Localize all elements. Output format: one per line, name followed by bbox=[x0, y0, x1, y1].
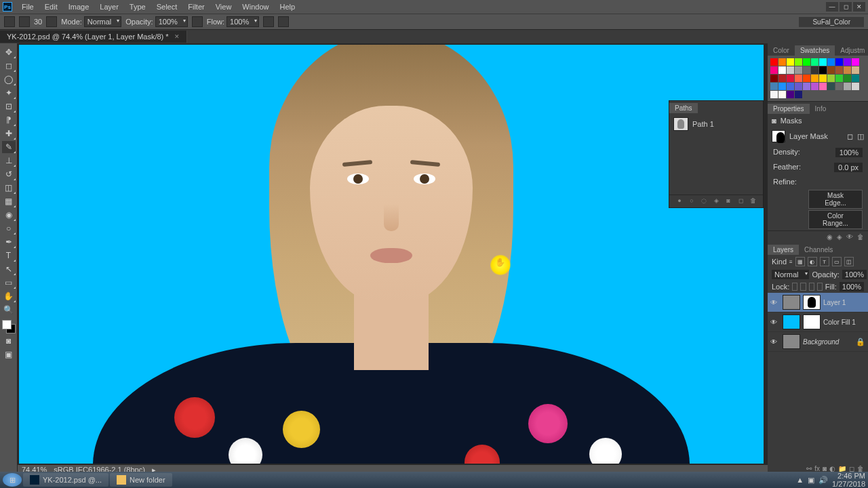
swatch[interactable] bbox=[827, 58, 835, 66]
mask-from-selection-icon[interactable]: ◉ bbox=[827, 233, 833, 241]
fill-path-icon[interactable]: ● bbox=[675, 197, 684, 205]
swatch[interactable] bbox=[827, 66, 835, 74]
swatch[interactable] bbox=[835, 58, 843, 66]
eyedropper-tool[interactable]: ⁋ bbox=[2, 114, 16, 126]
paths-panel[interactable]: Paths Path 1 ● ○ ◌ ◈ ◙ ◻ 🗑 bbox=[669, 100, 764, 208]
swatch[interactable] bbox=[778, 58, 786, 66]
move-tool[interactable]: ✥ bbox=[2, 46, 16, 58]
mask-thumbnail[interactable] bbox=[803, 314, 821, 329]
close-tab-icon[interactable]: ✕ bbox=[174, 33, 180, 40]
color-swatches[interactable] bbox=[2, 320, 16, 333]
path-name[interactable]: Path 1 bbox=[692, 120, 714, 128]
layer-name[interactable]: Layer 1 bbox=[823, 299, 846, 306]
menu-select[interactable]: Select bbox=[153, 1, 182, 12]
swatch[interactable] bbox=[827, 75, 835, 82]
swatch[interactable] bbox=[811, 75, 818, 82]
marquee-tool[interactable]: ◻ bbox=[2, 60, 16, 72]
swatch[interactable] bbox=[787, 83, 794, 90]
path-item[interactable]: Path 1 bbox=[672, 116, 760, 132]
airbrush-icon[interactable] bbox=[263, 16, 274, 27]
layer-row[interactable]: 👁 Background 🔒 bbox=[768, 332, 868, 352]
pixel-mask-icon[interactable]: ◻ bbox=[847, 132, 853, 141]
quickmask-toggle[interactable]: ◙ bbox=[2, 335, 16, 347]
swatch[interactable] bbox=[819, 66, 827, 74]
menu-help[interactable]: Help bbox=[275, 1, 299, 12]
swatch[interactable] bbox=[835, 83, 843, 90]
canvas[interactable] bbox=[19, 45, 764, 464]
layer-thumbnail[interactable] bbox=[783, 334, 800, 349]
apply-mask-icon[interactable]: ◈ bbox=[837, 233, 842, 241]
menu-type[interactable]: Type bbox=[125, 1, 150, 12]
stamp-tool[interactable]: ⊥ bbox=[2, 155, 16, 167]
tab-adjustments[interactable]: Adjustm bbox=[835, 45, 868, 56]
maximize-button[interactable]: ◻ bbox=[840, 2, 852, 12]
brush-panel-toggle[interactable] bbox=[46, 16, 57, 27]
tab-color[interactable]: Color bbox=[768, 45, 795, 56]
crop-tool[interactable]: ⊡ bbox=[2, 100, 16, 113]
density-value[interactable]: 100% bbox=[835, 148, 863, 157]
filter-shape-icon[interactable]: ▭ bbox=[832, 257, 842, 266]
add-mask-path-icon[interactable]: ◙ bbox=[724, 197, 732, 205]
swatch[interactable] bbox=[844, 66, 851, 74]
tab-layers[interactable]: Layers bbox=[768, 245, 799, 255]
swatch[interactable] bbox=[819, 83, 827, 90]
swatch[interactable] bbox=[844, 83, 851, 90]
stroke-path-icon[interactable]: ○ bbox=[688, 197, 696, 205]
swatch[interactable] bbox=[778, 75, 786, 82]
swatch[interactable] bbox=[770, 58, 778, 66]
tab-paths[interactable]: Paths bbox=[669, 103, 698, 113]
swatch[interactable] bbox=[852, 66, 859, 74]
lock-pixels-icon[interactable] bbox=[800, 283, 806, 291]
start-button[interactable]: ⊞ bbox=[3, 473, 22, 487]
clock-time[interactable]: 2:46 PM bbox=[832, 472, 865, 480]
mask-thumbnail[interactable] bbox=[803, 295, 821, 310]
wand-tool[interactable]: ✦ bbox=[2, 87, 16, 99]
visibility-icon[interactable]: 👁 bbox=[770, 319, 780, 326]
filter-type-icon[interactable]: T bbox=[820, 257, 829, 266]
zoom-tool[interactable]: 🔍 bbox=[2, 304, 16, 316]
visibility-icon[interactable]: 👁 bbox=[770, 299, 780, 306]
swatch[interactable] bbox=[819, 75, 827, 82]
swatch[interactable] bbox=[795, 58, 802, 66]
heal-tool[interactable]: ✚ bbox=[2, 127, 16, 140]
menu-file[interactable]: File bbox=[18, 1, 38, 12]
swatch[interactable] bbox=[827, 83, 835, 90]
swatch[interactable] bbox=[803, 75, 810, 82]
swatch[interactable] bbox=[787, 58, 794, 66]
swatch[interactable] bbox=[803, 66, 810, 74]
type-tool[interactable]: T bbox=[2, 249, 16, 262]
menu-filter[interactable]: Filter bbox=[184, 1, 208, 12]
delete-mask-icon[interactable]: 🗑 bbox=[857, 233, 864, 241]
layer-blend-dropdown[interactable]: Normal bbox=[772, 270, 809, 279]
layer-name[interactable]: Color Fill 1 bbox=[823, 319, 856, 326]
pen-tool[interactable]: ✒ bbox=[2, 236, 16, 248]
layer-thumbnail[interactable] bbox=[783, 314, 800, 329]
disable-mask-icon[interactable]: 👁 bbox=[846, 233, 853, 241]
swatch[interactable] bbox=[811, 58, 818, 66]
tab-swatches[interactable]: Swatches bbox=[795, 45, 835, 56]
swatch[interactable] bbox=[803, 83, 810, 90]
swatch[interactable] bbox=[778, 91, 786, 98]
filter-smart-icon[interactable]: ◫ bbox=[844, 257, 854, 266]
selection-to-path-icon[interactable]: ◈ bbox=[712, 197, 720, 205]
swatch[interactable] bbox=[811, 66, 818, 74]
lock-all-icon[interactable] bbox=[817, 283, 823, 291]
color-range-button[interactable]: Color Range... bbox=[808, 210, 863, 229]
tray-network-icon[interactable]: ▣ bbox=[808, 476, 814, 485]
path-to-selection-icon[interactable]: ◌ bbox=[700, 197, 708, 205]
new-path-icon[interactable]: ◻ bbox=[736, 197, 745, 205]
swatch[interactable] bbox=[795, 91, 802, 98]
swatch[interactable] bbox=[770, 83, 778, 90]
swatch[interactable] bbox=[852, 83, 859, 90]
system-tray[interactable]: ▲ ▣ 🔊 2:46 PM 1/27/2018 bbox=[796, 472, 865, 488]
layer-name[interactable]: Background bbox=[803, 338, 839, 346]
filter-adjust-icon[interactable]: ◐ bbox=[808, 257, 817, 266]
shape-tool[interactable]: ▭ bbox=[2, 277, 16, 289]
swatch[interactable] bbox=[811, 83, 818, 90]
visibility-icon[interactable]: 👁 bbox=[770, 338, 780, 346]
menu-image[interactable]: Image bbox=[64, 1, 94, 12]
swatch[interactable] bbox=[778, 83, 786, 90]
blend-mode-dropdown[interactable]: Normal bbox=[84, 16, 121, 27]
tab-channels[interactable]: Channels bbox=[799, 245, 838, 255]
blur-tool[interactable]: ◉ bbox=[2, 209, 16, 221]
